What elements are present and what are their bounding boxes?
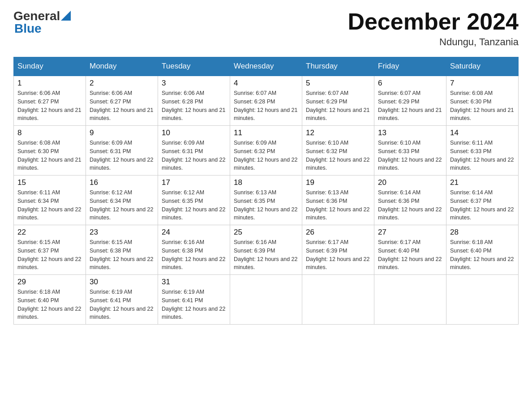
day-info: Sunrise: 6:14 AMSunset: 6:36 PMDaylight:… <box>378 189 442 221</box>
day-info: Sunrise: 6:11 AMSunset: 6:33 PMDaylight:… <box>450 140 514 171</box>
day-info: Sunrise: 6:10 AMSunset: 6:33 PMDaylight:… <box>378 140 442 171</box>
calendar-cell: 8 Sunrise: 6:08 AMSunset: 6:30 PMDayligh… <box>14 126 86 176</box>
calendar-week-row-1: 1 Sunrise: 6:06 AMSunset: 6:27 PMDayligh… <box>14 76 519 126</box>
col-sunday: Sunday <box>14 57 86 76</box>
day-number: 9 <box>90 128 154 137</box>
calendar-cell: 2 Sunrise: 6:06 AMSunset: 6:27 PMDayligh… <box>86 76 158 126</box>
page-header: General Blue December 2024 Ndungu, Tanza… <box>13 9 519 48</box>
day-number: 3 <box>162 79 226 88</box>
calendar-cell: 23 Sunrise: 6:15 AMSunset: 6:38 PMDaylig… <box>86 225 158 275</box>
day-number: 8 <box>17 128 82 137</box>
col-monday: Monday <box>86 57 158 76</box>
day-info: Sunrise: 6:12 AMSunset: 6:34 PMDaylight:… <box>90 189 153 221</box>
day-number: 7 <box>450 79 515 88</box>
day-info: Sunrise: 6:15 AMSunset: 6:37 PMDaylight:… <box>17 239 81 270</box>
col-friday: Friday <box>374 57 446 76</box>
day-number: 22 <box>17 228 82 237</box>
day-info: Sunrise: 6:14 AMSunset: 6:37 PMDaylight:… <box>450 189 514 221</box>
day-info: Sunrise: 6:19 AMSunset: 6:41 PMDaylight:… <box>162 289 225 320</box>
calendar-cell: 29 Sunrise: 6:18 AMSunset: 6:40 PMDaylig… <box>14 275 86 325</box>
day-number: 4 <box>234 79 298 88</box>
day-info: Sunrise: 6:11 AMSunset: 6:34 PMDaylight:… <box>17 189 81 221</box>
day-number: 25 <box>234 228 298 237</box>
calendar-cell <box>230 275 302 325</box>
day-info: Sunrise: 6:08 AMSunset: 6:30 PMDaylight:… <box>17 140 81 171</box>
calendar-cell: 25 Sunrise: 6:16 AMSunset: 6:39 PMDaylig… <box>230 225 302 275</box>
day-number: 10 <box>162 128 226 137</box>
day-info: Sunrise: 6:08 AMSunset: 6:30 PMDaylight:… <box>450 90 514 121</box>
calendar-table: Sunday Monday Tuesday Wednesday Thursday… <box>13 57 519 325</box>
day-number: 15 <box>17 178 82 187</box>
calendar-cell: 6 Sunrise: 6:07 AMSunset: 6:29 PMDayligh… <box>374 76 446 126</box>
day-info: Sunrise: 6:07 AMSunset: 6:29 PMDaylight:… <box>306 90 369 121</box>
col-wednesday: Wednesday <box>230 57 302 76</box>
calendar-cell: 14 Sunrise: 6:11 AMSunset: 6:33 PMDaylig… <box>446 126 519 176</box>
day-info: Sunrise: 6:06 AMSunset: 6:27 PMDaylight:… <box>90 90 153 121</box>
day-info: Sunrise: 6:10 AMSunset: 6:32 PMDaylight:… <box>306 140 369 171</box>
calendar-cell: 24 Sunrise: 6:16 AMSunset: 6:38 PMDaylig… <box>158 225 230 275</box>
day-info: Sunrise: 6:17 AMSunset: 6:40 PMDaylight:… <box>378 239 442 270</box>
day-info: Sunrise: 6:15 AMSunset: 6:38 PMDaylight:… <box>90 239 153 270</box>
calendar-week-row-4: 22 Sunrise: 6:15 AMSunset: 6:37 PMDaylig… <box>14 225 519 275</box>
calendar-cell <box>302 275 374 325</box>
calendar-cell: 18 Sunrise: 6:13 AMSunset: 6:35 PMDaylig… <box>230 176 302 225</box>
day-number: 5 <box>306 79 370 88</box>
day-info: Sunrise: 6:13 AMSunset: 6:36 PMDaylight:… <box>306 189 369 221</box>
calendar-cell: 22 Sunrise: 6:15 AMSunset: 6:37 PMDaylig… <box>14 225 86 275</box>
title-section: December 2024 Ndungu, Tanzania <box>348 9 519 48</box>
svg-marker-0 <box>61 11 71 21</box>
col-saturday: Saturday <box>446 57 519 76</box>
day-number: 21 <box>450 178 515 187</box>
calendar-cell: 5 Sunrise: 6:07 AMSunset: 6:29 PMDayligh… <box>302 76 374 126</box>
day-info: Sunrise: 6:12 AMSunset: 6:35 PMDaylight:… <box>162 189 225 221</box>
day-number: 11 <box>234 128 298 137</box>
day-info: Sunrise: 6:09 AMSunset: 6:31 PMDaylight:… <box>162 140 225 171</box>
logo-triangle-icon <box>61 11 71 21</box>
calendar-cell: 4 Sunrise: 6:07 AMSunset: 6:28 PMDayligh… <box>230 76 302 126</box>
calendar-cell: 19 Sunrise: 6:13 AMSunset: 6:36 PMDaylig… <box>302 176 374 225</box>
calendar-week-row-5: 29 Sunrise: 6:18 AMSunset: 6:40 PMDaylig… <box>14 275 519 325</box>
calendar-cell: 9 Sunrise: 6:09 AMSunset: 6:31 PMDayligh… <box>86 126 158 176</box>
day-info: Sunrise: 6:07 AMSunset: 6:29 PMDaylight:… <box>378 90 442 121</box>
day-info: Sunrise: 6:09 AMSunset: 6:31 PMDaylight:… <box>90 140 153 171</box>
calendar-header-row: Sunday Monday Tuesday Wednesday Thursday… <box>14 57 519 76</box>
location-text: Ndungu, Tanzania <box>348 36 519 48</box>
day-info: Sunrise: 6:09 AMSunset: 6:32 PMDaylight:… <box>234 140 297 171</box>
calendar-week-row-2: 8 Sunrise: 6:08 AMSunset: 6:30 PMDayligh… <box>14 126 519 176</box>
calendar-cell: 21 Sunrise: 6:14 AMSunset: 6:37 PMDaylig… <box>446 176 519 225</box>
day-info: Sunrise: 6:17 AMSunset: 6:39 PMDaylight:… <box>306 239 369 270</box>
calendar-cell: 30 Sunrise: 6:19 AMSunset: 6:41 PMDaylig… <box>86 275 158 325</box>
calendar-cell <box>374 275 446 325</box>
day-info: Sunrise: 6:18 AMSunset: 6:40 PMDaylight:… <box>17 289 81 320</box>
logo: General Blue <box>13 9 71 36</box>
day-number: 27 <box>378 228 442 237</box>
day-number: 30 <box>90 278 154 287</box>
calendar-cell: 7 Sunrise: 6:08 AMSunset: 6:30 PMDayligh… <box>446 76 519 126</box>
calendar-cell: 17 Sunrise: 6:12 AMSunset: 6:35 PMDaylig… <box>158 176 230 225</box>
day-number: 18 <box>234 178 298 187</box>
calendar-cell <box>446 275 519 325</box>
day-info: Sunrise: 6:16 AMSunset: 6:39 PMDaylight:… <box>234 239 297 270</box>
calendar-cell: 15 Sunrise: 6:11 AMSunset: 6:34 PMDaylig… <box>14 176 86 225</box>
day-number: 20 <box>378 178 442 187</box>
calendar-cell: 27 Sunrise: 6:17 AMSunset: 6:40 PMDaylig… <box>374 225 446 275</box>
col-thursday: Thursday <box>302 57 374 76</box>
day-info: Sunrise: 6:18 AMSunset: 6:40 PMDaylight:… <box>450 239 514 270</box>
day-number: 19 <box>306 178 370 187</box>
day-number: 6 <box>378 79 442 88</box>
day-number: 13 <box>378 128 442 137</box>
day-number: 2 <box>90 79 154 88</box>
month-title: December 2024 <box>348 9 519 34</box>
logo-blue-text: Blue <box>14 21 42 35</box>
day-info: Sunrise: 6:06 AMSunset: 6:28 PMDaylight:… <box>162 90 225 121</box>
col-tuesday: Tuesday <box>158 57 230 76</box>
day-number: 24 <box>162 228 226 237</box>
calendar-week-row-3: 15 Sunrise: 6:11 AMSunset: 6:34 PMDaylig… <box>14 176 519 225</box>
day-number: 17 <box>162 178 226 187</box>
calendar-cell: 11 Sunrise: 6:09 AMSunset: 6:32 PMDaylig… <box>230 126 302 176</box>
day-info: Sunrise: 6:07 AMSunset: 6:28 PMDaylight:… <box>234 90 297 121</box>
calendar-cell: 20 Sunrise: 6:14 AMSunset: 6:36 PMDaylig… <box>374 176 446 225</box>
day-number: 23 <box>90 228 154 237</box>
calendar-cell: 13 Sunrise: 6:10 AMSunset: 6:33 PMDaylig… <box>374 126 446 176</box>
day-number: 29 <box>17 278 82 287</box>
